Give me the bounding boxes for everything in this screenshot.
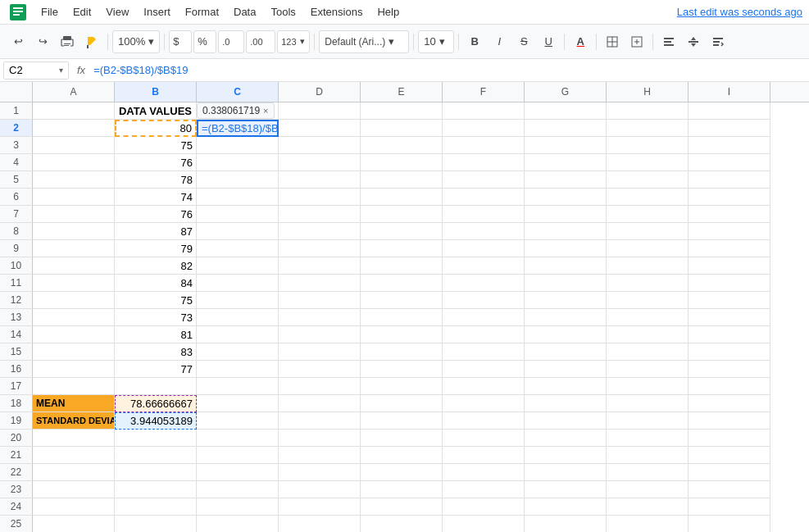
cell-f21[interactable] (443, 447, 525, 464)
formula-input[interactable] (93, 61, 806, 80)
cell-f10[interactable] (443, 257, 525, 275)
cell-a23[interactable] (33, 481, 115, 498)
strikethrough-button[interactable]: S (512, 30, 535, 53)
last-edit-link[interactable]: Last edit was seconds ago (677, 6, 802, 18)
cell-f8[interactable] (443, 223, 525, 240)
cell-f9[interactable] (443, 240, 525, 257)
cell-b14[interactable]: 81 (115, 326, 197, 343)
cell-g6[interactable] (525, 189, 607, 206)
cell-b5[interactable]: 78 (115, 171, 197, 189)
cell-d21[interactable] (279, 447, 361, 464)
row-num-24[interactable]: 24 (0, 498, 33, 516)
cell-i12[interactable] (689, 292, 770, 309)
cell-d22[interactable] (279, 464, 361, 481)
cell-g21[interactable] (525, 447, 607, 464)
cell-b23[interactable] (115, 481, 197, 498)
menu-data[interactable]: Data (227, 2, 262, 21)
cell-d18[interactable] (279, 395, 361, 412)
cell-g18[interactable] (525, 395, 607, 412)
cell-a4[interactable] (33, 154, 115, 171)
row-num-4[interactable]: 4 (0, 154, 33, 171)
cell-h16[interactable] (607, 361, 689, 378)
cell-g11[interactable] (525, 275, 607, 292)
cell-e25[interactable] (361, 516, 443, 532)
cell-c4[interactable] (197, 154, 279, 171)
cell-h25[interactable] (607, 516, 689, 532)
cell-g3[interactable] (525, 137, 607, 154)
cell-d9[interactable] (279, 240, 361, 257)
cell-f23[interactable] (443, 481, 525, 498)
cell-f5[interactable] (443, 171, 525, 189)
cell-e5[interactable] (361, 171, 443, 189)
cell-d6[interactable] (279, 189, 361, 206)
cell-c2[interactable]: =(B2-$B$18)/$B$19 (197, 120, 279, 137)
cell-d10[interactable] (279, 257, 361, 275)
cell-i5[interactable] (689, 171, 770, 189)
cell-f1[interactable] (443, 102, 525, 120)
cell-i22[interactable] (689, 464, 770, 481)
cell-e18[interactable] (361, 395, 443, 412)
cell-b19[interactable]: 3.944053189 (115, 412, 197, 430)
cell-g9[interactable] (525, 240, 607, 257)
cell-d13[interactable] (279, 309, 361, 326)
cell-b9[interactable]: 79 (115, 240, 197, 257)
menu-extensions[interactable]: Extensions (304, 2, 370, 21)
cell-h2[interactable] (607, 120, 689, 137)
cell-g1[interactable] (525, 102, 607, 120)
cell-i1[interactable] (689, 102, 770, 120)
cell-b7[interactable]: 76 (115, 206, 197, 223)
cell-h5[interactable] (607, 171, 689, 189)
cell-b11[interactable]: 84 (115, 275, 197, 292)
cell-e4[interactable] (361, 154, 443, 171)
row-num-1[interactable]: 1 (0, 102, 33, 120)
cell-a12[interactable] (33, 292, 115, 309)
cell-c6[interactable] (197, 189, 279, 206)
col-header-a[interactable]: A (33, 82, 115, 102)
cell-a14[interactable] (33, 326, 115, 343)
cell-e2[interactable] (361, 120, 443, 137)
cell-c20[interactable] (197, 430, 279, 447)
cell-reference[interactable]: C2 ▾ (3, 61, 69, 80)
cell-e24[interactable] (361, 498, 443, 516)
cell-d15[interactable] (279, 343, 361, 361)
cell-g13[interactable] (525, 309, 607, 326)
cell-f3[interactable] (443, 137, 525, 154)
cell-e1[interactable] (361, 102, 443, 120)
underline-button[interactable]: U (537, 30, 560, 53)
cell-c22[interactable] (197, 464, 279, 481)
cell-f16[interactable] (443, 361, 525, 378)
cell-a3[interactable] (33, 137, 115, 154)
row-num-22[interactable]: 22 (0, 464, 33, 481)
row-num-3[interactable]: 3 (0, 137, 33, 154)
cell-h22[interactable] (607, 464, 689, 481)
cell-i16[interactable] (689, 361, 770, 378)
menu-view[interactable]: View (99, 2, 135, 21)
cell-e22[interactable] (361, 464, 443, 481)
cell-a5[interactable] (33, 171, 115, 189)
cell-a13[interactable] (33, 309, 115, 326)
cell-d8[interactable] (279, 223, 361, 240)
row-num-25[interactable]: 25 (0, 516, 33, 532)
decimal00-button[interactable]: .00 (246, 30, 275, 53)
fill-color-button[interactable]: A (569, 30, 592, 53)
cell-i9[interactable] (689, 240, 770, 257)
cell-e15[interactable] (361, 343, 443, 361)
cell-e7[interactable] (361, 206, 443, 223)
cell-b20[interactable] (115, 430, 197, 447)
cell-b8[interactable]: 87 (115, 223, 197, 240)
cell-f14[interactable] (443, 326, 525, 343)
row-num-10[interactable]: 10 (0, 257, 33, 275)
cell-d11[interactable] (279, 275, 361, 292)
italic-button[interactable]: I (488, 30, 511, 53)
cell-f25[interactable] (443, 516, 525, 532)
row-num-11[interactable]: 11 (0, 275, 33, 292)
cell-f6[interactable] (443, 189, 525, 206)
cell-d14[interactable] (279, 326, 361, 343)
cell-f7[interactable] (443, 206, 525, 223)
cell-g15[interactable] (525, 343, 607, 361)
cell-g2[interactable] (525, 120, 607, 137)
cell-i23[interactable] (689, 481, 770, 498)
cell-a21[interactable] (33, 447, 115, 464)
cell-f17[interactable] (443, 378, 525, 395)
borders-button[interactable] (601, 30, 624, 53)
